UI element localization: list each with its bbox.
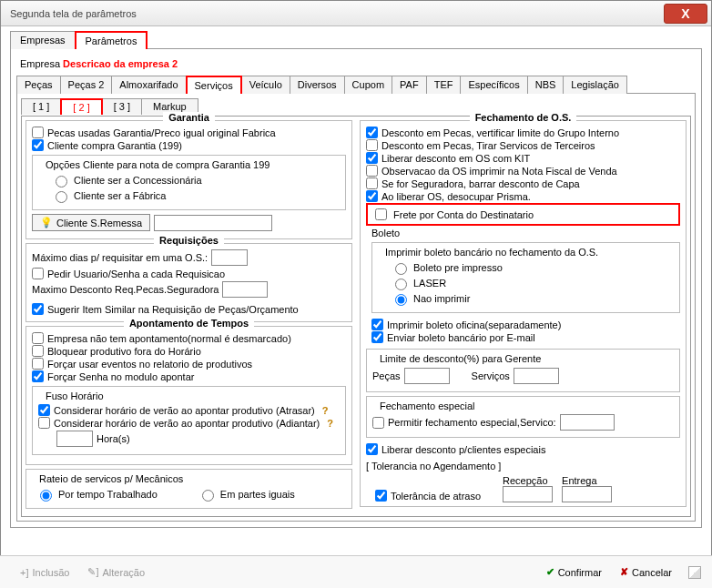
btn-alteracao[interactable]: ✎]Alteração xyxy=(78,563,154,582)
close-button[interactable]: X xyxy=(664,4,707,24)
btn-confirmar[interactable]: ✔Confirmar xyxy=(537,563,611,582)
tab-pecas2[interactable]: Peças 2 xyxy=(60,76,113,94)
tab-legislacao[interactable]: Legislação xyxy=(563,76,627,94)
rateio-title: Rateio de servicos p/ Mecânicos xyxy=(36,473,187,484)
fech-title: Fechamento de O.S. xyxy=(470,112,577,123)
tab-veiculo[interactable]: Veículo xyxy=(241,76,290,94)
chk-sugerir[interactable] xyxy=(32,303,44,315)
input-recepcao[interactable] xyxy=(503,486,553,502)
rad-laser[interactable] xyxy=(395,279,407,290)
chk-frete-conta[interactable] xyxy=(375,208,387,220)
tab-pecas[interactable]: Peças xyxy=(16,76,61,94)
lbl-forcar-usar: Forçar usar eventos no relatorio de prod… xyxy=(47,359,252,370)
input-max-dias[interactable] xyxy=(211,249,248,266)
chk-seguradora[interactable] xyxy=(366,177,378,189)
tab-nbs[interactable]: NBS xyxy=(527,76,565,94)
lbl-recepcao: Recepção xyxy=(503,475,553,486)
btn-cancelar[interactable]: ✘Cancelar xyxy=(611,563,681,582)
rad-nao-imprimir[interactable] xyxy=(395,294,407,306)
btn-cliente-sremessa[interactable]: 💡Cliente S.Remessa xyxy=(32,214,150,231)
lbl-cancelar: Cancelar xyxy=(632,567,672,578)
tab-tef[interactable]: TEF xyxy=(426,76,462,94)
lbl-desc-terc: Desconto em Pecas, Tirar Servicos de Ter… xyxy=(381,140,595,151)
lbl-liberar-kit: Liberar desconto em OS com KIT xyxy=(381,153,530,164)
chk-liberar-prisma[interactable] xyxy=(366,190,378,202)
opcoes-cliente-title: Opções Cliente para nota de compra Garan… xyxy=(42,159,273,170)
lbl-alteracao: Alteração xyxy=(103,567,145,578)
tab-diversos[interactable]: Diversos xyxy=(290,76,345,94)
chk-pedir-usuario[interactable] xyxy=(32,268,44,279)
chk-forcar-senha[interactable] xyxy=(32,370,44,382)
chk-liberar-especiais[interactable] xyxy=(366,443,378,455)
chk-tolerancia-atraso[interactable] xyxy=(375,490,387,502)
lbl-inclusao: Inclusão xyxy=(32,567,69,578)
chk-liberar-kit[interactable] xyxy=(366,152,378,164)
help-atrasar-icon[interactable]: ? xyxy=(322,405,329,416)
highlight-frete: Frete por Conta do Destinatario xyxy=(366,203,680,226)
chk-desc-grupo[interactable] xyxy=(366,127,378,138)
lbl-boleto-email: Enviar boleto bancário por E-mail xyxy=(387,332,535,343)
chk-pecas-usadas[interactable] xyxy=(32,127,44,138)
help-adiantar-icon[interactable]: ? xyxy=(327,418,333,429)
chk-forcar-usar[interactable] xyxy=(32,358,44,370)
chk-empresa-nao[interactable] xyxy=(32,332,44,344)
rad-concess[interactable] xyxy=(56,176,67,188)
group-requisicoes: Requisições Máximo dias p/ requisitar em… xyxy=(25,243,352,322)
lbl-pedir-usuario: Pedir Usuario/Senha a cada Requisicao xyxy=(47,269,225,279)
subtab-1[interactable]: [ 1 ] xyxy=(21,98,61,115)
group-fechamento: Fechamento de O.S. Desconto em Pecas, ve… xyxy=(360,120,687,507)
lbl-liberar-especiais: Liberar desconto p/clientes especiais xyxy=(381,444,545,455)
chk-bloquear[interactable] xyxy=(32,345,44,357)
chk-atrasar[interactable] xyxy=(38,404,50,416)
lbl-max-dias: Máximo dias p/ requisitar em uma O.S.: xyxy=(32,252,208,263)
chk-observ[interactable] xyxy=(366,165,378,177)
lbl-liberar-prisma: Ao liberar OS, desocupar Prisma. xyxy=(381,191,531,202)
rad-por-tempo[interactable] xyxy=(40,490,52,502)
chk-adiantar[interactable] xyxy=(38,417,50,429)
lbl-cliente-sremessa: Cliente S.Remessa xyxy=(56,218,142,228)
tab-paf[interactable]: PAF xyxy=(392,76,427,94)
input-fechesp-servico[interactable] xyxy=(560,414,615,431)
tab-parametros[interactable]: Parâmetros xyxy=(75,31,148,49)
lbl-entrega: Entrega xyxy=(562,475,612,486)
chk-boleto-email[interactable] xyxy=(371,331,383,343)
rad-pre-impresso[interactable] xyxy=(395,263,407,275)
lbl-fabrica: Cliente ser a Fábrica xyxy=(74,190,167,201)
tab-empresas[interactable]: Empresas xyxy=(10,31,76,49)
group-apontamento: Apontamento de Tempos Empresa não tem ap… xyxy=(25,326,352,465)
subtab-2[interactable]: [ 2 ] xyxy=(60,98,102,115)
tolerancia-title: [ Tolerancia no Agendamento ] xyxy=(366,461,680,471)
lbl-desc-grupo: Desconto em Pecas, vertificar limite do … xyxy=(381,127,619,138)
chk-boleto-oficina[interactable] xyxy=(371,319,383,330)
fuso-title: Fuso Horário xyxy=(42,390,107,401)
input-limite-pecas[interactable] xyxy=(404,368,450,384)
input-max-desc[interactable] xyxy=(222,281,268,298)
tab-cupom[interactable]: Cupom xyxy=(344,76,392,94)
rad-partes-iguais[interactable] xyxy=(202,490,214,502)
lbl-horas: Hora(s) xyxy=(97,433,130,444)
tab-especificos[interactable]: Específicos xyxy=(460,76,527,94)
resize-grip-icon[interactable] xyxy=(688,566,701,579)
tab-servicos[interactable]: Serviços xyxy=(186,76,242,94)
input-entrega[interactable] xyxy=(562,486,612,502)
limite-title: Limite de desconto(%) para Gerente xyxy=(376,353,544,364)
tab-almox[interactable]: Almoxarifado xyxy=(111,76,186,94)
input-limite-servicos[interactable] xyxy=(514,368,559,384)
btn-inclusao[interactable]: +]Inclusão xyxy=(11,563,78,582)
chk-desc-terc[interactable] xyxy=(366,139,378,151)
input-cliente-sremessa[interactable] xyxy=(154,215,272,231)
subtab-3[interactable]: [ 3 ] xyxy=(102,98,142,115)
lbl-permitir-fechesp: Permitir fechamento especial,Servico: xyxy=(388,417,556,428)
input-horas[interactable] xyxy=(56,431,93,447)
lbl-pecas-usadas: Pecas usadas Garantia/Preco igual origin… xyxy=(47,127,276,138)
lbl-empresa-nao: Empresa não tem apontamento(normal é des… xyxy=(47,333,291,344)
chk-cliente-compra[interactable] xyxy=(32,139,44,151)
lbl-forcar-senha: Forçar Senha no modulo apontar xyxy=(47,371,194,382)
rad-fabrica[interactable] xyxy=(56,191,67,203)
group-garantia: Garantia Pecas usadas Garantia/Preco igu… xyxy=(25,120,352,239)
req-title: Requisições xyxy=(154,235,224,246)
boleto-title: Boleto xyxy=(371,228,680,238)
chk-permitir-fechesp[interactable] xyxy=(372,417,384,429)
lbl-adiantar: Considerar horário de verão ao apontar p… xyxy=(54,418,320,429)
imprimir-boleto-title: Imprimir boleto bancário no fechamento d… xyxy=(381,247,602,258)
